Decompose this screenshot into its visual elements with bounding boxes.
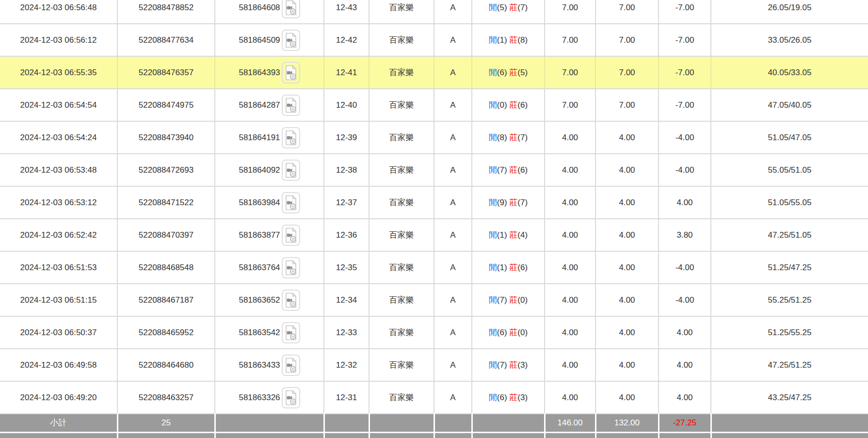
bet-row: 2024-12-03 06:53:48 522088472693 5818640… (0, 154, 868, 186)
balance: 47.25/51.25 (711, 349, 868, 381)
round-id: 581864092 (239, 165, 280, 175)
game-result: 閒(8) 莊(7) (472, 121, 545, 154)
table-code: A (434, 251, 472, 284)
player-result-points: (1) (497, 263, 507, 272)
video-replay-button[interactable] (282, 62, 300, 83)
win-loss: 4.00 (659, 186, 711, 219)
table-code: A (434, 24, 472, 56)
player-result-label: 閒 (489, 133, 497, 142)
table-code: A (434, 219, 472, 251)
bet-amount-link[interactable]: 4.00 (545, 381, 595, 414)
bet-amount-link[interactable]: 4.00 (545, 316, 595, 349)
bet-amount-link[interactable]: 4.00 (545, 219, 595, 251)
balance: 51.05/55.05 (711, 186, 868, 219)
bet-id: 522088478852 (117, 0, 215, 24)
video-replay-button[interactable] (282, 290, 300, 311)
table-code: A (434, 56, 472, 89)
video-replay-button[interactable] (282, 387, 300, 408)
game-result: 閒(5) 莊(7) (472, 0, 545, 24)
video-replay-button[interactable] (282, 95, 300, 116)
video-replay-button[interactable] (282, 192, 300, 213)
game-type: 百家樂 (369, 219, 434, 251)
bet-time: 2024-12-03 06:49:20 (0, 381, 117, 414)
video-replay-button[interactable] (282, 257, 300, 278)
round-number: 12-33 (324, 316, 369, 349)
valid-bet: 4.00 (595, 349, 659, 381)
round-number: 12-32 (324, 349, 369, 381)
subtotal-empty-cell (369, 414, 434, 432)
game-result: 閒(0) 莊(6) (472, 89, 545, 121)
round-id: 581863326 (239, 393, 280, 403)
balance: 40.05/33.05 (711, 56, 868, 89)
round-number: 12-39 (324, 121, 369, 154)
bet-id: 522088472693 (117, 154, 215, 186)
valid-bet: 7.00 (595, 89, 659, 121)
bet-history-viewport: 2024-12-03 06:56:48 522088478852 5818646… (0, 0, 868, 438)
video-replay-icon (285, 65, 297, 81)
balance: 51.25/47.25 (711, 251, 868, 284)
banker-result-points: (8) (517, 35, 528, 45)
valid-bet: 4.00 (595, 121, 659, 154)
bet-amount-link[interactable]: 4.00 (545, 251, 595, 284)
bet-row: 2024-12-03 06:54:24 522088473940 5818641… (0, 121, 868, 154)
player-result-points: (1) (497, 230, 507, 240)
bet-time: 2024-12-03 06:54:54 (0, 89, 117, 121)
round-number: 12-31 (324, 381, 369, 414)
bet-amount-link[interactable]: 4.00 (545, 121, 595, 154)
video-replay-button[interactable] (282, 127, 300, 148)
round-id: 581863877 (239, 230, 280, 240)
video-replay-button[interactable] (282, 355, 300, 376)
video-replay-button[interactable] (282, 160, 300, 181)
subtotal-row: 小計 25 146.00 132.00 -27.25 (0, 414, 868, 432)
banker-result-label: 莊 (509, 198, 517, 207)
bet-amount-link[interactable]: 4.00 (545, 154, 595, 186)
valid-bet: 7.00 (595, 24, 659, 56)
bet-amount-link[interactable]: 4.00 (545, 349, 595, 381)
banker-result-label: 莊 (509, 393, 517, 402)
game-type: 百家樂 (369, 24, 434, 56)
subtotal-valid-total: 132.00 (595, 414, 659, 432)
game-result: 閒(1) 莊(6) (472, 251, 545, 284)
banker-result-label: 莊 (509, 295, 517, 305)
video-replay-button[interactable] (282, 0, 300, 18)
banker-result-points: (3) (517, 360, 528, 370)
bet-amount-link[interactable]: 7.00 (545, 56, 595, 89)
bet-row: 2024-12-03 06:53:12 522088471522 5818639… (0, 186, 868, 219)
video-replay-button[interactable] (282, 30, 300, 51)
bet-time: 2024-12-03 06:51:15 (0, 284, 117, 316)
round-id-cell: 581864191 (215, 121, 324, 154)
game-type: 百家樂 (369, 284, 434, 316)
bet-amount-link[interactable]: 7.00 (545, 24, 595, 56)
bet-amount-link[interactable]: 7.00 (545, 0, 595, 24)
table-code: A (434, 186, 472, 219)
valid-bet: 4.00 (595, 381, 659, 414)
valid-bet: 4.00 (595, 284, 659, 316)
game-result: 閒(9) 莊(7) (472, 186, 545, 219)
banker-result-points: (6) (517, 100, 528, 110)
round-id-cell: 581864287 (215, 89, 324, 121)
balance: 43.25/47.25 (711, 381, 868, 414)
bet-row: 2024-12-03 06:56:12 522088477634 5818645… (0, 24, 868, 56)
bet-history-table: 2024-12-03 06:56:48 522088478852 5818646… (0, 0, 868, 438)
subtotal-empty-cell (215, 414, 324, 432)
bet-amount-link[interactable]: 4.00 (545, 284, 595, 316)
table-code: A (434, 284, 472, 316)
game-type: 百家樂 (369, 121, 434, 154)
win-loss: -7.00 (659, 0, 711, 24)
round-id-cell: 581864092 (215, 154, 324, 186)
bet-row: 2024-12-03 06:52:42 522088470397 5818638… (0, 219, 868, 251)
round-id: 581863984 (239, 198, 280, 208)
bet-amount-link[interactable]: 4.00 (545, 186, 595, 219)
round-id-cell: 581863326 (215, 381, 324, 414)
bet-id: 522088470397 (117, 219, 215, 251)
video-replay-button[interactable] (282, 225, 300, 246)
round-id: 581864287 (239, 100, 280, 110)
round-id-cell: 581863652 (215, 284, 324, 316)
round-id-cell: 581863542 (215, 316, 324, 349)
video-replay-icon (285, 260, 297, 276)
bet-id: 522088476357 (117, 56, 215, 89)
game-type: 百家樂 (369, 316, 434, 349)
round-number: 12-41 (324, 56, 369, 89)
video-replay-button[interactable] (282, 322, 300, 343)
bet-amount-link[interactable]: 7.00 (545, 89, 595, 121)
